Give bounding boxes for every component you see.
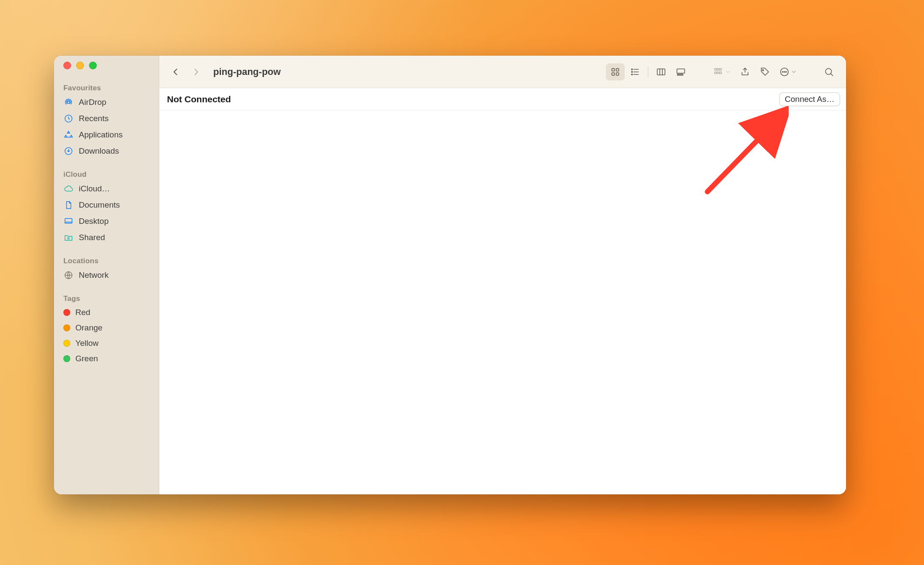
annotation-arrow — [694, 106, 789, 202]
sidebar-item-label: Applications — [79, 130, 122, 140]
chevron-down-icon — [791, 69, 797, 75]
applications-icon — [63, 130, 74, 140]
svg-rect-9 — [616, 73, 619, 75]
group-icon — [713, 67, 724, 77]
connection-status-bar: Not Connected Connect As… — [159, 88, 846, 110]
view-columns-button[interactable] — [652, 63, 671, 80]
share-icon — [739, 67, 751, 77]
window-title: ping-pang-pow — [213, 66, 281, 77]
sidebar-item-airdrop[interactable]: AirDrop — [54, 94, 159, 110]
globe-icon — [63, 270, 74, 280]
search-icon — [823, 67, 835, 77]
window-controls — [54, 62, 159, 69]
ellipsis-circle-icon — [779, 67, 790, 77]
chevron-right-icon — [191, 67, 201, 77]
minimize-window-button[interactable] — [76, 62, 84, 69]
group-by-button[interactable] — [709, 63, 735, 80]
tag-dot-icon — [63, 309, 70, 316]
svg-point-0 — [67, 101, 70, 104]
svg-rect-8 — [612, 73, 614, 75]
nav-forward-button[interactable] — [188, 63, 205, 80]
nav-back-button[interactable] — [167, 63, 184, 80]
sidebar-item-label: Red — [75, 308, 90, 317]
svg-rect-6 — [612, 68, 614, 71]
svg-point-4 — [68, 238, 69, 239]
sidebar-item-label: iCloud… — [79, 184, 110, 193]
svg-rect-18 — [715, 68, 716, 70]
sidebar-item-label: Downloads — [79, 146, 119, 156]
action-menu-button[interactable] — [775, 63, 801, 80]
separator — [648, 66, 648, 77]
sidebar-item-downloads[interactable]: Downloads — [54, 143, 159, 159]
svg-point-28 — [786, 71, 787, 72]
close-window-button[interactable] — [63, 62, 71, 69]
sidebar-item-label: Desktop — [79, 217, 109, 226]
svg-point-11 — [632, 71, 632, 72]
sidebar-tag-yellow[interactable]: Yellow — [54, 336, 159, 351]
sidebar-item-recents[interactable]: Recents — [54, 110, 159, 127]
gallery-icon — [675, 67, 686, 77]
sidebar-item-documents[interactable]: Documents — [54, 197, 159, 213]
svg-point-10 — [632, 68, 632, 69]
view-mode-group — [606, 63, 690, 80]
shared-folder-icon — [63, 232, 74, 243]
view-list-button[interactable] — [626, 63, 644, 80]
zoom-window-button[interactable] — [89, 62, 97, 69]
tags-button[interactable] — [755, 63, 774, 80]
sidebar-tag-orange[interactable]: Orange — [54, 320, 159, 336]
sidebar-header-icloud: iCloud — [54, 167, 159, 181]
sidebar-tag-red[interactable]: Red — [54, 305, 159, 320]
sidebar-item-icloud-drive[interactable]: iCloud… — [54, 181, 159, 197]
chevron-down-icon — [725, 69, 731, 75]
view-gallery-button[interactable] — [671, 63, 690, 80]
svg-point-27 — [784, 71, 785, 72]
connect-as-button[interactable]: Connect As… — [779, 92, 840, 106]
tag-dot-icon — [63, 340, 70, 347]
airdrop-icon — [63, 97, 74, 107]
sidebar-tag-green[interactable]: Green — [54, 351, 159, 366]
desktop-icon — [63, 216, 74, 226]
sidebar-item-network[interactable]: Network — [54, 267, 159, 283]
sidebar-item-label: Network — [79, 271, 109, 280]
svg-rect-14 — [677, 69, 685, 73]
toolbar-actions-group — [709, 63, 801, 80]
svg-rect-23 — [720, 72, 721, 74]
svg-rect-20 — [720, 68, 721, 70]
sidebar-item-applications[interactable]: Applications — [54, 127, 159, 143]
main-pane: ping-pang-pow — [159, 56, 846, 494]
cloud-icon — [63, 184, 74, 194]
tag-icon — [759, 67, 770, 77]
svg-rect-13 — [657, 69, 665, 75]
download-icon — [63, 146, 74, 156]
grid-icon — [610, 67, 621, 77]
document-icon — [63, 200, 74, 210]
svg-rect-16 — [680, 74, 681, 75]
search-button[interactable] — [820, 63, 838, 80]
connection-status-text: Not Connected — [167, 94, 231, 104]
columns-icon — [656, 67, 667, 77]
sidebar-header-locations: Locations — [54, 253, 159, 267]
svg-rect-3 — [65, 219, 72, 223]
sidebar-item-label: Yellow — [75, 339, 98, 348]
share-button[interactable] — [736, 63, 754, 80]
svg-rect-17 — [682, 74, 683, 75]
svg-point-24 — [763, 69, 764, 71]
svg-rect-15 — [677, 74, 679, 75]
sidebar-item-label: Orange — [75, 323, 102, 333]
clock-icon — [63, 113, 74, 124]
sidebar-item-desktop[interactable]: Desktop — [54, 213, 159, 229]
list-icon — [629, 67, 641, 77]
view-icons-button[interactable] — [606, 63, 625, 80]
sidebar-item-shared[interactable]: Shared — [54, 229, 159, 246]
sidebar-item-label: Recents — [79, 114, 109, 123]
svg-point-12 — [632, 74, 632, 74]
sidebar-item-label: Documents — [79, 200, 120, 210]
svg-line-30 — [707, 119, 778, 192]
sidebar: Favourites AirDrop Recents Applications … — [54, 56, 159, 494]
svg-rect-22 — [717, 72, 719, 74]
svg-rect-7 — [616, 68, 619, 71]
tag-dot-icon — [63, 355, 70, 362]
svg-rect-21 — [715, 72, 716, 74]
finder-window: Favourites AirDrop Recents Applications … — [54, 56, 846, 494]
svg-point-26 — [782, 71, 783, 72]
